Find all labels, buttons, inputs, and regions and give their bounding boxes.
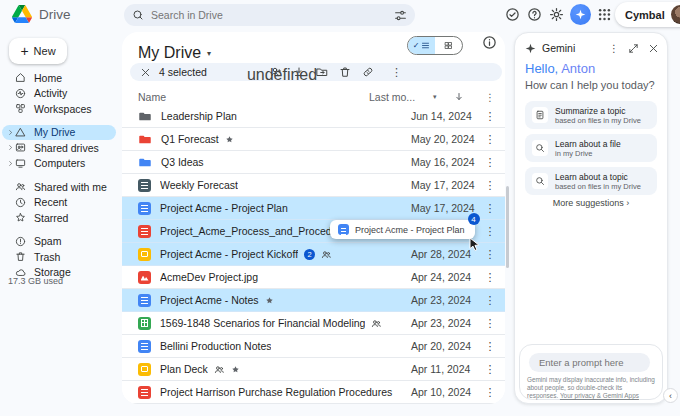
view-details-icon[interactable] [482,35,497,50]
toolbar-more-icon[interactable]: ⋮ [391,66,402,79]
sort-caret-icon[interactable]: ▾ [433,93,437,101]
row-more-button[interactable]: ⋮ [475,133,505,146]
recent-icon [15,197,26,208]
row-more-button[interactable]: ⋮ [475,294,505,307]
file-name: Bellini Production Notes [160,340,271,352]
sidebar-item-my-drive[interactable]: My Drive [2,125,116,141]
file-row[interactable]: Plan DeckApr 11, 2024⋮ [122,358,505,381]
file-row[interactable]: Project Harrison Purchase Regulation Pro… [122,381,505,404]
scrollbar-thumb[interactable] [506,186,509,268]
collapse-panel-button[interactable]: ‹ [663,388,678,403]
file-row[interactable]: Weekly ForecastMay 17, 2024⋮ [122,174,505,197]
sidebar-item-shared-with-me[interactable]: Shared with me [2,179,116,195]
list-view-button[interactable]: ✓ [408,37,435,54]
pdf-file-icon [138,386,151,399]
sort-direction-icon[interactable] [453,91,465,103]
row-more-button[interactable]: ⋮ [475,386,505,399]
grid-view-button[interactable] [435,37,462,54]
gemini-expand-icon[interactable] [628,43,639,54]
sidebar-item-label: Home [34,72,62,84]
sidebar-item-spam[interactable]: Spam [2,234,116,250]
search-bar[interactable] [124,4,415,26]
settings-gear-icon[interactable] [549,7,564,22]
star-icon [15,212,26,223]
sidebar-item-computers[interactable]: Computers [2,156,116,172]
file-row[interactable]: Bellini Production NotesApr 20, 2024⋮ [122,335,505,358]
storage-used-label: 17.3 GB used [8,276,63,286]
file-row[interactable]: Project Acme - Project PlanMay 17, 2024⋮ [122,197,505,220]
sidebar-item-recent[interactable]: Recent [2,195,116,211]
row-more-button[interactable]: ⋮ [475,110,505,123]
file-row[interactable]: Project Acme - NotesApr 23, 2024⋮ [122,289,505,312]
shared-people-icon [214,364,225,375]
sidebar-group: SpamTrashStorage [2,234,116,281]
expander-chevron-icon[interactable] [6,129,15,136]
column-name[interactable]: Name [138,91,369,103]
person-add-icon[interactable] [270,66,282,78]
file-row[interactable]: Q1 ForecastMay 20, 2024⋮ [122,128,505,151]
more-suggestions-link[interactable]: More suggestions › [515,198,667,208]
drive-brand: Drive [12,5,71,23]
sidebar-item-workspaces[interactable]: Workspaces [2,101,116,117]
gemini-button[interactable] [570,4,591,25]
title-dropdown-icon[interactable]: ▾ [207,49,211,58]
clear-selection-icon[interactable] [140,67,151,78]
prompt-field[interactable] [529,353,650,372]
gemini-suggestions: Summarize a topicbased on files in my Dr… [525,101,657,195]
star-icon [231,365,240,374]
account-pill[interactable]: Cymbal [615,2,680,27]
folder-icon [138,133,152,146]
trash-icon[interactable] [339,66,351,78]
file-row[interactable]: Q3 IdeasMay 16, 2024⋮ [122,151,505,174]
row-more-button[interactable]: ⋮ [475,179,505,192]
suggestion-card-summarize-a-topic[interactable]: Summarize a topicbased on files in my Dr… [525,101,657,129]
sidebar-item-trash[interactable]: Trash [2,249,116,265]
suggestion-card-learn-about-a-topic[interactable]: Learn about a topicbased on files in my … [525,167,657,195]
row-more-button[interactable]: ⋮ [475,340,505,353]
activity-icon [15,88,26,99]
column-last-modified[interactable]: Last mo... [369,91,433,103]
sidebar-item-shared-drives[interactable]: Shared drives [2,140,116,156]
search-input[interactable] [151,9,387,21]
home-icon [15,72,26,83]
link-icon[interactable] [362,66,374,78]
sidebar-item-activity[interactable]: Activity [2,86,116,102]
spark-icon[interactable]: undefined [247,66,259,78]
gemini-more-icon[interactable]: ⋮ [609,43,619,54]
file-row[interactable]: Project Acme - Project Kickoff2Apr 28, 2… [122,243,505,266]
sidebar-nav: HomeActivityWorkspacesMy DriveShared dri… [2,70,116,288]
file-row[interactable]: AcmeDev Project.jpgApr 24, 2024⋮ [122,266,505,289]
prompt-input[interactable] [539,357,640,368]
file-name: Plan Deck [160,363,208,375]
suggestion-card-learn-about-a-file[interactable]: Learn about a filein my Drive [525,134,657,162]
row-more-button[interactable]: ⋮ [475,202,505,215]
new-button-label: New [34,45,56,57]
help-icon[interactable] [527,7,542,22]
apps-grid-icon[interactable] [597,7,612,22]
expander-chevron-icon[interactable] [6,144,15,151]
star-icon [225,135,234,144]
sidebar-item-home[interactable]: Home [2,70,116,86]
sidebar-item-label: Spam [34,235,61,247]
download-icon[interactable] [293,66,305,78]
row-more-button[interactable]: ⋮ [475,317,505,330]
search-options-icon[interactable] [394,9,407,22]
avatar[interactable] [671,5,680,24]
file-row[interactable]: 1569-1848 Scenarios for Financial Modeli… [122,312,505,335]
sidebar-group: Shared with meRecentStarred [2,179,116,226]
row-more-button[interactable]: ⋮ [475,225,505,238]
offline-status-icon[interactable] [505,7,520,22]
folder-move-icon[interactable] [316,66,328,78]
privacy-link[interactable]: Your privacy & Gemini Apps [560,392,639,399]
row-more-button[interactable]: ⋮ [475,156,505,169]
sidebar-item-starred[interactable]: Starred [2,210,116,226]
columns-more-icon[interactable]: ⋮ [485,91,496,103]
file-date: Apr 11, 2024 [411,363,475,375]
row-more-button[interactable]: ⋮ [475,363,505,376]
new-button[interactable]: + New [9,38,67,64]
gemini-close-icon[interactable] [648,43,659,54]
expander-chevron-icon [6,214,15,221]
row-more-button[interactable]: ⋮ [475,271,505,284]
expander-chevron-icon[interactable] [6,160,15,167]
file-row[interactable]: Leadership PlanJun 14, 2024⋮ [122,105,505,128]
